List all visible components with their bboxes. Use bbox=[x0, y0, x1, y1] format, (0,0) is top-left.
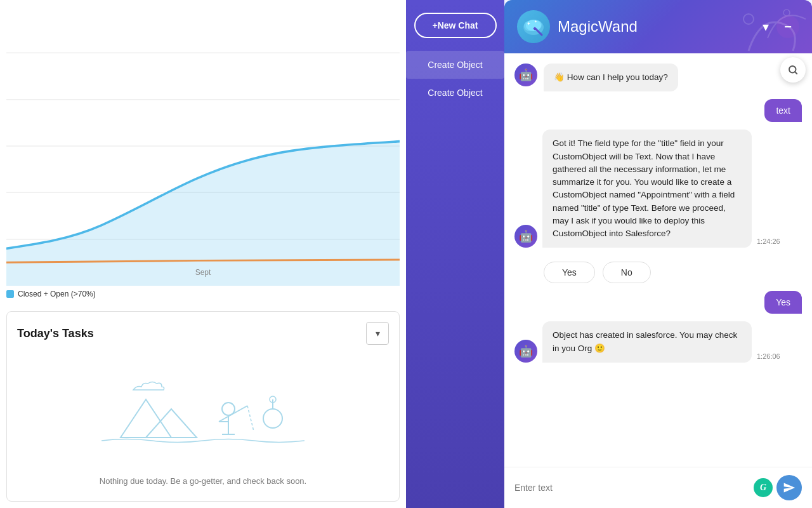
bot-created-row: 🤖 Object has created in salesforce. You … bbox=[514, 321, 802, 363]
bot-greeting-bubble: 👋 How can I help you today? bbox=[544, 64, 678, 91]
sidebar-item-create-object-2[interactable]: Create Object bbox=[406, 79, 504, 107]
chat-input[interactable] bbox=[514, 483, 747, 493]
bot-avatar-3: 🤖 bbox=[514, 340, 537, 363]
svg-text:✦: ✦ bbox=[527, 21, 531, 27]
svg-text:✦: ✦ bbox=[534, 20, 537, 23]
chart-x-label: Sept bbox=[195, 268, 211, 277]
tasks-empty-text: Nothing due today. Be a go-getter, and c… bbox=[17, 471, 389, 491]
tasks-title: Today's Tasks bbox=[17, 327, 94, 340]
svg-line-13 bbox=[247, 406, 254, 431]
chat-header: ✦ ✦ MagicWand ▾ − bbox=[504, 0, 812, 53]
grammarly-icon: G bbox=[754, 478, 773, 497]
svg-line-12 bbox=[219, 406, 247, 422]
svg-point-27 bbox=[789, 66, 796, 73]
search-icon[interactable] bbox=[780, 57, 806, 83]
magicwand-logo: ✦ ✦ bbox=[517, 10, 550, 43]
bot-response-time: 1:24:26 bbox=[757, 237, 780, 245]
chat-messages: 🤖 👋 How can I help you today? text 🤖 Got… bbox=[504, 53, 812, 467]
middle-sidebar: +New Chat Create Object Create Object bbox=[406, 0, 504, 508]
chat-panel: ✦ ✦ MagicWand ▾ − 🤖 👋 How can I help you… bbox=[504, 0, 812, 508]
header-chevron-icon[interactable]: ▾ bbox=[763, 19, 769, 34]
chart-area: Sept bbox=[0, 0, 406, 286]
chat-header-left: ✦ ✦ MagicWand bbox=[517, 10, 638, 43]
tasks-header: Today's Tasks ▾ bbox=[17, 322, 389, 345]
user-yes-row: Yes bbox=[514, 291, 802, 314]
bot-response-bubble: Got it! The field type for the "title" f… bbox=[542, 130, 752, 248]
user-yes-bubble: Yes bbox=[764, 291, 802, 314]
tasks-dropdown-button[interactable]: ▾ bbox=[366, 322, 389, 345]
chat-input-icons: G bbox=[754, 475, 802, 500]
tasks-panel: Today's Tasks ▾ bbox=[6, 311, 400, 502]
svg-line-28 bbox=[795, 72, 797, 74]
new-chat-button[interactable]: +New Chat bbox=[414, 13, 497, 38]
legend-dot bbox=[6, 290, 14, 298]
chat-title: MagicWand bbox=[558, 18, 638, 36]
bot-created-bubble: Object has created in salesforce. You ma… bbox=[542, 321, 752, 363]
bot-response-text: Got it! The field type for the "title" f… bbox=[553, 138, 735, 238]
chart-legend: Closed + Open (>70%) bbox=[0, 286, 406, 305]
chat-header-right: ▾ − bbox=[763, 15, 799, 38]
svg-point-14 bbox=[263, 409, 282, 428]
bot-created-text: Object has created in salesforce. You ma… bbox=[553, 330, 737, 352]
chat-title-light: Wand bbox=[598, 18, 638, 35]
chat-input-area: G bbox=[504, 467, 812, 508]
bot-avatar-2: 🤖 bbox=[514, 225, 537, 248]
action-buttons: Yes No bbox=[544, 262, 802, 283]
left-panel: Sept Closed + Open (>70%) Today's Tasks … bbox=[0, 0, 406, 508]
bot-response-row: 🤖 Got it! The field type for the "title"… bbox=[514, 130, 802, 248]
tasks-illustration bbox=[17, 352, 389, 471]
bot-greeting-row: 🤖 👋 How can I help you today? bbox=[514, 64, 802, 91]
svg-marker-6 bbox=[146, 409, 197, 438]
legend-label: Closed + Open (>70%) bbox=[18, 290, 96, 298]
chat-title-bold: Magic bbox=[558, 18, 598, 35]
send-button[interactable] bbox=[776, 475, 802, 500]
bot-avatar: 🤖 bbox=[514, 64, 537, 86]
user-message-text-bubble: text bbox=[764, 99, 802, 122]
sidebar-item-create-object-1[interactable]: Create Object bbox=[406, 51, 504, 79]
header-minimize-button[interactable]: − bbox=[776, 15, 799, 38]
no-action-button[interactable]: No bbox=[603, 262, 651, 283]
bot-greeting-text: 👋 How can I help you today? bbox=[554, 72, 668, 82]
bot-created-time: 1:26:06 bbox=[757, 352, 780, 360]
yes-action-button[interactable]: Yes bbox=[544, 262, 595, 283]
user-message-text-row: text bbox=[514, 99, 802, 122]
